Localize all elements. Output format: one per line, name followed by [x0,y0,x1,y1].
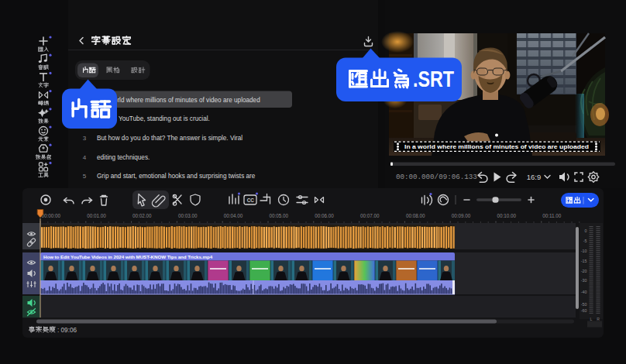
svg-text:3: 3 [83,135,87,142]
svg-text:: 09:06: : 09:06 [57,327,77,334]
svg-text:00:10.00: 00:10.00 [497,213,517,218]
svg-text:4: 4 [83,154,87,161]
svg-text:-30: -30 [581,278,587,283]
svg-text:-50: -50 [581,302,587,307]
svg-text:00:08.00: 00:08.00 [406,213,425,218]
svg-text:00:04.00: 00:04.00 [224,213,243,218]
svg-text:In a world where millions of m: In a world where millions of minutes of … [404,143,589,150]
svg-text:-10: -10 [581,249,587,253]
svg-text:00:01.00: 00:01.00 [87,213,106,218]
svg-text:CC: CC [247,197,255,203]
svg-text:Grip and start, emotional hook: Grip and start, emotional hooks and surp… [97,173,256,180]
svg-text:00:11.00: 00:11.00 [542,213,562,218]
svg-text:00:00.000/09:06.133: 00:00.000/09:06.133 [396,173,477,181]
svg-text:00:00:00: 00:00:00 [42,213,61,218]
svg-text:How to Edit YouTube Videos in: How to Edit YouTube Videos in 2024 with … [43,254,213,259]
svg-text:00:05.00: 00:05.00 [270,213,289,218]
svg-text:00:07.00: 00:07.00 [360,213,380,218]
svg-text:-5: -5 [583,239,587,243]
svg-text:5: 5 [83,173,87,180]
svg-text:00:03.00: 00:03.00 [178,213,198,218]
svg-text:But how do you do that? The an: But how do you do that? The answer is si… [97,135,242,142]
svg-text:00:09.00: 00:09.00 [452,213,471,218]
svg-text:16:9: 16:9 [527,173,542,181]
svg-text:On YouTube, standing out is cr: On YouTube, standing out is crucial. [108,115,210,122]
svg-text:-40: -40 [581,290,587,294]
svg-text:.SRT: .SRT [413,66,454,91]
svg-text:-15: -15 [581,259,587,263]
svg-text:R: R [597,317,600,321]
svg-text:-60: -60 [581,308,587,313]
svg-text:0: 0 [585,228,587,233]
svg-text:L: L [590,317,593,321]
svg-text:In a world where millions of m: In a world where millions of minutes of … [97,97,260,104]
svg-text:00:02.00: 00:02.00 [132,213,152,218]
svg-text:editing techniques.: editing techniques. [97,154,150,161]
svg-text:-20: -20 [581,269,587,273]
svg-text:00:06.00: 00:06.00 [315,213,334,218]
